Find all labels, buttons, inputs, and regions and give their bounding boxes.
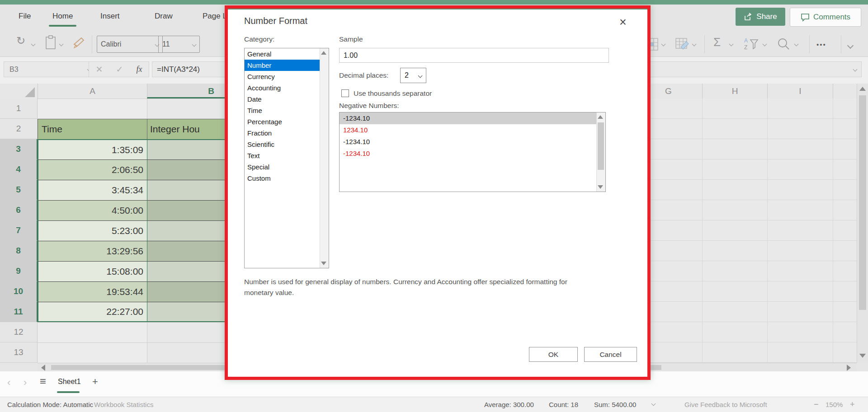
scroll-down-icon[interactable]: [598, 185, 603, 189]
column-header-a[interactable]: A: [38, 84, 147, 98]
row-header-8[interactable]: 8: [0, 241, 38, 261]
cell-A12[interactable]: [38, 322, 147, 342]
row-header-11[interactable]: 11: [0, 302, 38, 322]
category-option-currency[interactable]: Currency: [245, 71, 320, 82]
scroll-down-icon[interactable]: [321, 262, 326, 265]
cell-A8[interactable]: 13:29:56: [38, 241, 147, 261]
category-option-date[interactable]: Date: [245, 94, 320, 105]
vertical-scroll-thumb[interactable]: [859, 95, 866, 310]
zoom-in-icon[interactable]: +: [850, 400, 855, 409]
zoom-level[interactable]: 150%: [826, 401, 843, 408]
column-header-h[interactable]: H: [702, 84, 767, 98]
undo-icon[interactable]: ↻: [16, 34, 25, 47]
feedback-link[interactable]: Give Feedback to Microsoft: [684, 401, 767, 408]
sheet-list-menu-icon[interactable]: ≡: [40, 375, 46, 388]
row-header-5[interactable]: 5: [0, 180, 38, 200]
cell-A5[interactable]: 3:45:34: [38, 180, 147, 200]
row-header-10[interactable]: 10: [0, 281, 38, 302]
sheet-tab-sheet1[interactable]: Sheet1: [58, 378, 81, 386]
add-sheet-icon[interactable]: +: [92, 376, 98, 388]
expand-formula-bar-icon[interactable]: [853, 67, 858, 72]
category-option-text[interactable]: Text: [245, 150, 320, 161]
category-option-percentage[interactable]: Percentage: [245, 116, 320, 127]
find-dropdown-icon[interactable]: [794, 42, 799, 47]
row-header-4[interactable]: 4: [0, 159, 38, 180]
format-painter-icon[interactable]: [72, 36, 86, 49]
scroll-up-icon[interactable]: [321, 51, 326, 55]
find-icon[interactable]: [777, 37, 790, 51]
tab-insert[interactable]: Insert: [99, 5, 122, 27]
negative-numbers-listbox[interactable]: -1234.101234.10-1234.10-1234.10: [339, 112, 606, 192]
autosum-icon[interactable]: Σ: [713, 35, 721, 49]
paste-dropdown-icon[interactable]: [59, 42, 64, 47]
more-options-icon[interactable]: •••: [816, 41, 826, 48]
prev-sheet-icon[interactable]: ‹: [7, 377, 10, 389]
scroll-right-icon[interactable]: [847, 365, 851, 371]
negative-number-option[interactable]: -1234.10: [340, 136, 597, 148]
empty-cells-right[interactable]: [634, 98, 857, 363]
category-option-number[interactable]: Number: [245, 60, 320, 71]
category-option-custom[interactable]: Custom: [245, 173, 320, 184]
row-header-2[interactable]: 2: [0, 119, 38, 139]
paste-icon[interactable]: [45, 35, 56, 50]
scroll-up-icon[interactable]: [859, 87, 866, 91]
format-as-table-icon[interactable]: [675, 38, 690, 51]
font-name-select[interactable]: Calibri: [97, 36, 163, 53]
cell-A10[interactable]: 19:53:44: [38, 281, 147, 302]
negative-number-option[interactable]: -1234.10: [340, 148, 597, 159]
zoom-out-icon[interactable]: −: [814, 400, 819, 409]
row-header-12[interactable]: 12: [0, 322, 38, 342]
scroll-down-icon[interactable]: [859, 354, 866, 358]
row-header-1[interactable]: 1: [0, 98, 38, 119]
tab-home[interactable]: Home: [51, 5, 75, 27]
collapse-ribbon-icon[interactable]: [847, 42, 854, 49]
workbook-statistics[interactable]: Workbook Statistics: [94, 401, 153, 408]
ok-button[interactable]: OK: [529, 347, 578, 362]
cell-A1[interactable]: [38, 98, 147, 119]
tab-file[interactable]: File: [17, 5, 33, 27]
cell-A4[interactable]: 2:06:50: [38, 159, 147, 180]
negative-numbers-scrollbar[interactable]: [596, 112, 605, 192]
row-header-6[interactable]: 6: [0, 200, 38, 220]
confirm-entry-icon[interactable]: ✓: [116, 64, 123, 75]
scroll-thumb[interactable]: [598, 122, 604, 170]
category-option-scientific[interactable]: Scientific: [245, 139, 320, 150]
decimal-places-select[interactable]: 2: [400, 68, 426, 83]
category-scrollbar[interactable]: [320, 48, 329, 268]
sort-filter-dropdown-icon[interactable]: [763, 42, 767, 47]
cell-A13[interactable]: [38, 342, 147, 363]
undo-dropdown-icon[interactable]: [31, 42, 36, 47]
sample-value-field[interactable]: 1.00: [339, 48, 609, 63]
scroll-up-icon[interactable]: [598, 115, 603, 119]
tab-draw[interactable]: Draw: [153, 5, 175, 27]
cell-A9[interactable]: 15:08:00: [38, 261, 147, 281]
cell-A11[interactable]: 22:27:00: [38, 302, 147, 322]
row-header-13[interactable]: 13: [0, 342, 38, 363]
scroll-left-icon[interactable]: [41, 365, 45, 371]
negative-number-option[interactable]: 1234.10: [340, 124, 597, 136]
category-option-accounting[interactable]: Accounting: [245, 82, 320, 94]
category-option-time[interactable]: Time: [245, 105, 320, 116]
category-option-fraction[interactable]: Fraction: [245, 127, 320, 139]
cancel-button[interactable]: Cancel: [584, 347, 637, 362]
cell-A2[interactable]: Time: [38, 119, 147, 139]
aggregates-dropdown-icon[interactable]: [651, 402, 656, 406]
comments-button[interactable]: Comments: [790, 8, 861, 27]
vertical-scrollbar[interactable]: [857, 84, 868, 363]
thousands-separator-checkbox[interactable]: [341, 89, 349, 97]
share-button[interactable]: Share: [736, 8, 785, 26]
calculation-mode[interactable]: Calculation Mode: Automatic: [7, 401, 93, 408]
row-header-9[interactable]: 9: [0, 261, 38, 281]
category-option-general[interactable]: General: [245, 48, 320, 60]
row-header-3[interactable]: 3: [0, 139, 38, 159]
insert-function-icon[interactable]: fx: [136, 65, 142, 74]
row-header-7[interactable]: 7: [0, 220, 38, 241]
column-header-partial[interactable]: [833, 84, 857, 98]
category-option-special[interactable]: Special: [245, 161, 320, 173]
format-as-table-dropdown-icon[interactable]: [692, 42, 697, 47]
cancel-entry-icon[interactable]: ✕: [96, 64, 103, 75]
category-listbox[interactable]: GeneralNumberCurrencyAccountingDateTimeP…: [244, 48, 329, 268]
column-header-i[interactable]: I: [767, 84, 833, 98]
sort-filter-icon[interactable]: AZ: [743, 37, 760, 51]
conditional-formatting-dropdown-icon[interactable]: [661, 42, 666, 47]
